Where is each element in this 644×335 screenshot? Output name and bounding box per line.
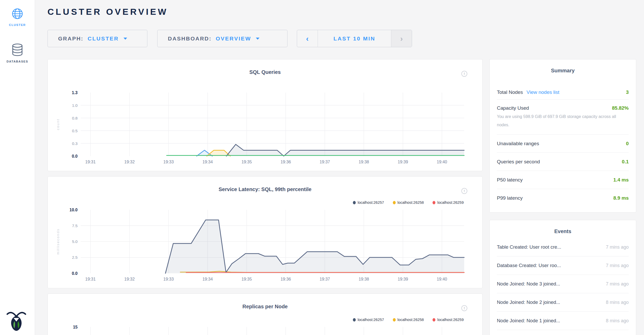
sidebar-item-label: DATABASES <box>0 60 35 63</box>
chevron-right-icon: › <box>400 34 403 43</box>
sidebar-item-cluster[interactable]: CLUSTER <box>0 8 35 26</box>
svg-text:7.5: 7.5 <box>72 224 78 228</box>
time-range-label[interactable]: LAST 10 MIN <box>318 30 391 47</box>
svg-text:1.0: 1.0 <box>72 103 78 108</box>
svg-text:10.0: 10.0 <box>70 208 78 212</box>
summary-value: 3 <box>626 89 629 95</box>
page-title: CLUSTER OVERVIEW <box>47 7 168 17</box>
events-panel: Events Table Created: User root cre... 7… <box>489 220 636 335</box>
info-icon[interactable]: ! <box>461 305 467 311</box>
dashboard-dropdown[interactable]: DASHBOARD: OVERVIEW <box>157 30 287 47</box>
event-row[interactable]: Database Created: User roo... 7 mins ago <box>497 256 629 275</box>
svg-text:0.0: 0.0 <box>72 271 78 276</box>
legend-item[interactable]: localhost:26259 <box>433 318 464 322</box>
replicas-per-node-chart-card: 151019:3119:3219:3319:3419:3519:3619:371… <box>47 294 483 335</box>
summary-label: Total Nodes <box>497 89 523 95</box>
chart-plot: 10.07.55.02.50.019:3119:3219:3319:3419:3… <box>48 177 482 288</box>
chevron-down-icon <box>124 38 127 40</box>
legend-label: localhost:26257 <box>358 318 384 322</box>
svg-text:19:34: 19:34 <box>202 160 213 164</box>
legend-label: localhost:26259 <box>437 318 464 322</box>
graph-dropdown[interactable]: GRAPH: CLUSTER <box>47 30 147 47</box>
sidebar-item-label: CLUSTER <box>0 23 35 26</box>
summary-label: P50 latency <box>497 177 523 183</box>
svg-text:19:31: 19:31 <box>85 277 96 281</box>
sidebar: CLUSTER DATABASES <box>0 0 35 335</box>
svg-text:0.3: 0.3 <box>72 141 78 146</box>
svg-text:count: count <box>56 118 60 130</box>
svg-text:19:31: 19:31 <box>85 160 96 164</box>
legend-label: localhost:26258 <box>398 200 424 205</box>
legend-item[interactable]: localhost:26258 <box>393 318 424 322</box>
svg-text:19:38: 19:38 <box>359 277 369 281</box>
summary-row-unavailable-ranges: Unavailable ranges 0 <box>497 135 629 153</box>
legend-dot-icon <box>393 201 396 204</box>
event-row[interactable]: Node Joined: Node 3 joined... 7 mins ago <box>497 275 629 293</box>
event-time: 7 mins ago <box>602 263 629 268</box>
svg-text:19:40: 19:40 <box>437 277 447 281</box>
legend-dot-icon <box>433 201 435 204</box>
time-prev-button[interactable]: ‹ <box>297 30 318 47</box>
svg-text:0.8: 0.8 <box>72 116 78 120</box>
summary-value: 0 <box>626 141 629 146</box>
event-time: 7 mins ago <box>602 281 629 287</box>
summary-value: 85.82% <box>612 105 629 111</box>
summary-row-p99-latency: P99 latency 8.9 ms <box>497 189 629 207</box>
info-icon[interactable]: ! <box>461 188 467 194</box>
legend-item[interactable]: localhost:26257 <box>353 200 384 205</box>
view-nodes-list-link[interactable]: View nodes list <box>526 89 559 95</box>
legend-dot-icon <box>353 318 356 322</box>
chart-plot: 1.31.00.80.50.30.019:3119:3219:3319:3419… <box>48 59 482 171</box>
legend-item[interactable]: localhost:26259 <box>433 200 464 205</box>
svg-text:1.3: 1.3 <box>72 90 78 95</box>
svg-text:19:39: 19:39 <box>398 160 408 164</box>
time-next-button[interactable]: › <box>391 30 412 47</box>
svg-text:19:33: 19:33 <box>163 277 174 281</box>
event-row[interactable]: Table Created: User root cre... 7 mins a… <box>497 238 629 256</box>
chart-legend: localhost:26257localhost:26258localhost:… <box>353 318 464 322</box>
summary-value: 1.4 ms <box>613 177 629 183</box>
chart-legend: localhost:26257localhost:26258localhost:… <box>353 200 464 205</box>
sidebar-item-databases[interactable]: DATABASES <box>0 43 35 63</box>
database-icon <box>12 43 23 56</box>
event-text: Database Created: User roo... <box>497 263 561 268</box>
globe-icon <box>11 8 23 20</box>
summary-row-total-nodes: Total Nodes View nodes list 3 <box>497 85 629 100</box>
legend-label: localhost:26259 <box>437 200 464 205</box>
time-range-selector: ‹ LAST 10 MIN › <box>297 30 412 47</box>
chart-plot: 151019:3119:3219:3319:3419:3519:3619:371… <box>48 294 482 335</box>
event-row[interactable]: Node Joined: Node 2 joined... 8 mins ago <box>497 293 629 312</box>
svg-text:19:32: 19:32 <box>124 277 135 281</box>
svg-text:5.0: 5.0 <box>72 239 78 244</box>
svg-text:19:37: 19:37 <box>320 160 330 164</box>
dashboard-dropdown-label: DASHBOARD: <box>168 36 212 42</box>
event-time: 8 mins ago <box>602 318 629 324</box>
legend-dot-icon <box>353 201 356 204</box>
summary-title: Summary <box>497 68 629 74</box>
events-title: Events <box>497 228 629 234</box>
event-time: 8 mins ago <box>602 300 629 305</box>
event-text: Node Joined: Node 1 joined... <box>497 318 560 324</box>
graph-dropdown-label: GRAPH: <box>58 36 84 42</box>
event-row[interactable]: Node Joined: Node 1 joined... 8 mins ago <box>497 312 629 330</box>
svg-text:2.5: 2.5 <box>72 255 78 260</box>
svg-text:milliseconds: milliseconds <box>56 228 60 255</box>
event-text: Table Created: User root cre... <box>497 244 561 250</box>
chevron-down-icon <box>256 38 259 40</box>
info-icon[interactable]: ! <box>461 71 467 77</box>
chart-title: SQL Queries <box>48 69 482 75</box>
svg-text:19:38: 19:38 <box>359 160 369 164</box>
legend-dot-icon <box>433 318 435 322</box>
svg-text:19:34: 19:34 <box>202 277 213 281</box>
legend-item[interactable]: localhost:26258 <box>393 200 424 205</box>
graph-dropdown-value: CLUSTER <box>88 36 119 42</box>
service-latency-chart-card: 10.07.55.02.50.019:3119:3219:3319:3419:3… <box>47 176 483 288</box>
chart-title: Service Latency: SQL, 99th percentile <box>48 186 482 192</box>
svg-text:19:36: 19:36 <box>280 277 291 281</box>
svg-text:19:32: 19:32 <box>124 160 135 164</box>
svg-text:0.5: 0.5 <box>72 129 78 133</box>
summary-label: Unavailable ranges <box>497 141 539 146</box>
main-content: CLUSTER OVERVIEW GRAPH: CLUSTER DASHBOAR… <box>35 0 644 335</box>
legend-item[interactable]: localhost:26257 <box>353 318 384 322</box>
event-time: 7 mins ago <box>602 245 629 250</box>
